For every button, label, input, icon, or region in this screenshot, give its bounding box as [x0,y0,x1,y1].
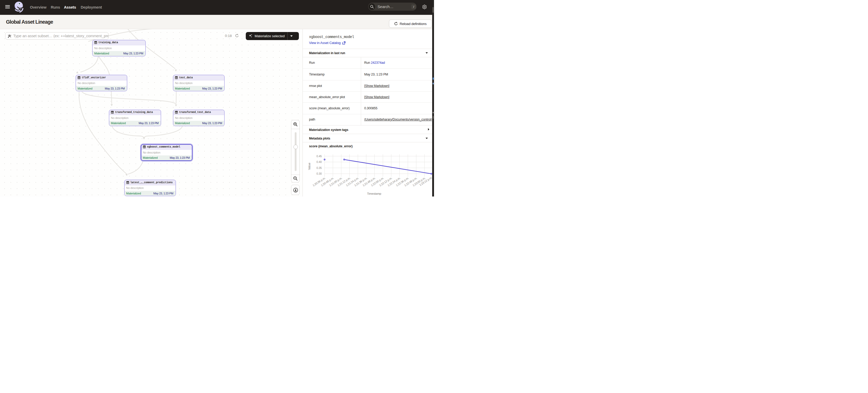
svg-text:Value: Value [308,163,311,170]
svg-text:0.40: 0.40 [316,160,322,163]
svg-text:0.35: 0.35 [316,166,322,169]
svg-text:0.30: 0.30 [316,172,322,175]
svg-text:0.45: 0.45 [316,155,322,158]
svg-text:Timestamp: Timestamp [367,192,381,195]
